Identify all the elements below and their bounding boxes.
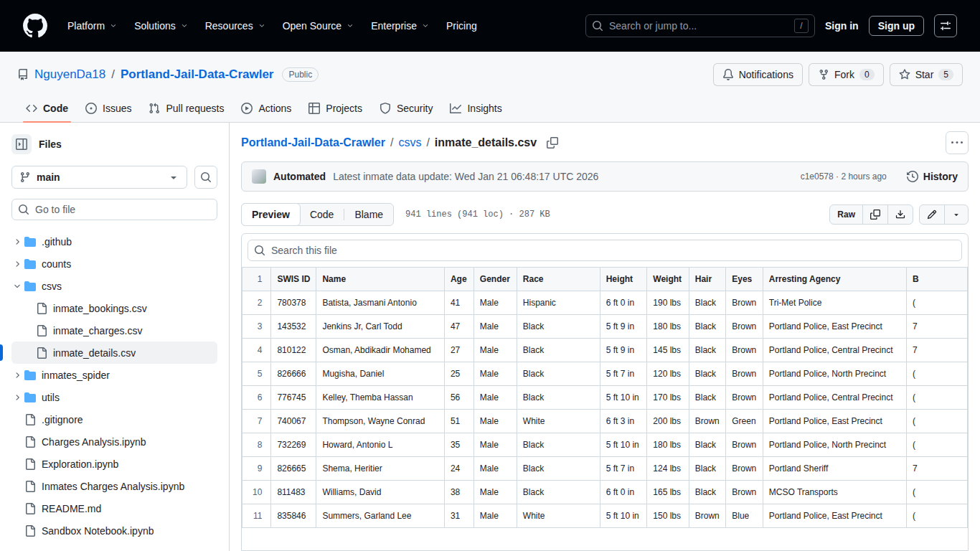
star-button[interactable]: Star 5 [890, 63, 963, 86]
tab-insights[interactable]: Insights [441, 95, 510, 122]
chevron-spacer [11, 525, 23, 537]
file-search-row [242, 234, 968, 267]
tab-actions[interactable]: Actions [232, 95, 300, 122]
view-tab-preview[interactable]: Preview [241, 203, 301, 226]
table-cell: Batista, Jasmani Antonio [316, 291, 445, 315]
breadcrumb-folder-link[interactable]: csvs [398, 136, 421, 149]
search-tree-button[interactable] [194, 166, 217, 189]
tree-item-sandbox-notebook-ipynb[interactable]: Sandbox Notebook.ipynb [11, 519, 217, 542]
tree-item-label: inmate_charges.csv [53, 325, 143, 336]
tree-item-inmate-charges-csv[interactable]: inmate_charges.csv [11, 319, 217, 342]
folder-icon [24, 392, 36, 403]
github-logo-icon[interactable] [23, 14, 47, 38]
table-cell: Blue [726, 504, 763, 528]
table-cell: Brown [689, 410, 726, 433]
table-cell: 143532 [271, 315, 316, 339]
go-to-file-input[interactable] [35, 204, 211, 215]
table-cell: 5 ft 10 in [600, 386, 647, 410]
folder-icon [24, 281, 36, 292]
file-icon [24, 436, 36, 448]
table-cell: ( [907, 433, 968, 457]
tree-item-label: Sandbox Notebook.ipynb [42, 525, 154, 537]
fork-label: Fork [834, 69, 854, 80]
tab-projects[interactable]: Projects [300, 95, 371, 122]
history-link[interactable]: History [907, 171, 958, 182]
appearance-settings-button[interactable] [934, 14, 957, 37]
collapse-sidebar-button[interactable] [11, 134, 32, 154]
line-number: 9 [242, 457, 271, 481]
table-cell: 5 ft 7 in [600, 362, 647, 386]
more-options-button[interactable] [946, 131, 969, 154]
line-number: 5 [242, 362, 271, 386]
table-cell: 180 lbs [647, 433, 689, 457]
tree-item-label: inmate_details.csv [53, 347, 136, 359]
tree-item-github[interactable]: .github [11, 230, 217, 253]
copy-path-button[interactable] [544, 134, 561, 151]
fork-button[interactable]: Fork 0 [809, 63, 884, 86]
tab-pull-requests[interactable]: Pull requests [140, 95, 232, 122]
repo-actions: Notifications Fork 0 Star 5 [713, 63, 963, 86]
table-cell: 811483 [271, 481, 316, 504]
tab-issues[interactable]: Issues [77, 95, 140, 122]
table-cell: 5 ft 10 in [600, 504, 647, 528]
tree-item-gitignore[interactable]: .gitignore [11, 408, 217, 430]
nav-item-resources[interactable]: Resources [198, 14, 273, 37]
edit-button[interactable] [920, 205, 945, 224]
table-cell: 740067 [271, 410, 316, 433]
chevron-spacer [23, 325, 34, 336]
chevron-right-icon [11, 236, 23, 248]
header-search[interactable]: Search or jump to... / [585, 14, 815, 37]
tree-item-inmates-spider[interactable]: inmates_spider [11, 364, 217, 386]
nav-item-label: Resources [205, 20, 253, 32]
table-cell: 38 [444, 481, 473, 504]
commit-message[interactable]: Latest inmate data update: Wed Jan 21 06… [333, 171, 598, 182]
table-cell: Portland Police, North Precinct [763, 433, 906, 457]
tree-item-counts[interactable]: counts [11, 253, 217, 275]
sign-in-link[interactable]: Sign in [825, 20, 859, 32]
tree-item-readme-md[interactable]: README.md [11, 497, 217, 519]
copy-raw-button[interactable] [863, 205, 888, 224]
tree-item-inmate-details-csv[interactable]: inmate_details.csv [11, 342, 217, 364]
table-cell: Black [517, 315, 600, 339]
search-icon [592, 20, 603, 32]
tree-item-inmate-bookings-csv[interactable]: inmate_bookings.csv [11, 297, 217, 319]
tree-item-utils[interactable]: utils [11, 386, 217, 408]
nav-item-pricing[interactable]: Pricing [439, 14, 484, 37]
edit-dropdown-button[interactable] [945, 205, 968, 224]
branch-selector[interactable]: main [11, 166, 187, 189]
tab-code[interactable]: Code [17, 95, 77, 122]
line-number: 6 [242, 386, 271, 410]
nav-item-enterprise[interactable]: Enterprise [364, 14, 436, 37]
view-tab-blame[interactable]: Blame [344, 203, 393, 226]
breadcrumb-repo-link[interactable]: Portland-Jail-Data-Crawler [241, 136, 385, 149]
nav-item-solutions[interactable]: Solutions [127, 14, 195, 37]
view-tab-code[interactable]: Code [300, 203, 344, 226]
sign-up-button[interactable]: Sign up [869, 16, 924, 36]
notifications-button[interactable]: Notifications [713, 63, 803, 86]
tree-item-exploration-ipynb[interactable]: Exploration.ipynb [11, 453, 217, 475]
repo-name-link[interactable]: Portland-Jail-Data-Crawler [121, 67, 274, 82]
csv-table: 1SWIS IDNameAgeGenderRaceHeightWeightHai… [242, 267, 968, 528]
tree-item-label: counts [42, 258, 71, 270]
tab-security[interactable]: Security [371, 95, 442, 122]
table-cell: Brown [726, 315, 763, 339]
commit-author[interactable]: Automated [273, 171, 326, 182]
tree-item-charges-analysis-ipynb[interactable]: Charges Analysis.ipynb [11, 430, 217, 453]
table-cell: Black [689, 457, 726, 481]
repo-tabs: CodeIssuesPull requestsActionsProjectsSe… [17, 95, 963, 122]
search-this-file-input[interactable] [271, 245, 956, 256]
nav-item-platform[interactable]: Platform [60, 14, 124, 37]
raw-button[interactable]: Raw [830, 205, 863, 224]
table-cell: Black [517, 433, 600, 457]
column-header-name: Name [316, 268, 445, 291]
download-button[interactable] [888, 205, 913, 224]
table-cell: Mugisha, Daniel [316, 362, 445, 386]
line-number: 11 [242, 504, 271, 528]
nav-item-open-source[interactable]: Open Source [275, 14, 362, 37]
commit-author-avatar[interactable] [252, 169, 266, 184]
tree-item-inmates-charges-analysis-ipynb[interactable]: Inmates Charges Analysis.ipynb [11, 475, 217, 497]
tree-item-csvs[interactable]: csvs [11, 275, 217, 297]
table-cell: Kelley, Themba Hassan [316, 386, 445, 410]
repo-owner-link[interactable]: NguyenDa18 [34, 67, 105, 82]
line-number: 3 [242, 315, 271, 339]
